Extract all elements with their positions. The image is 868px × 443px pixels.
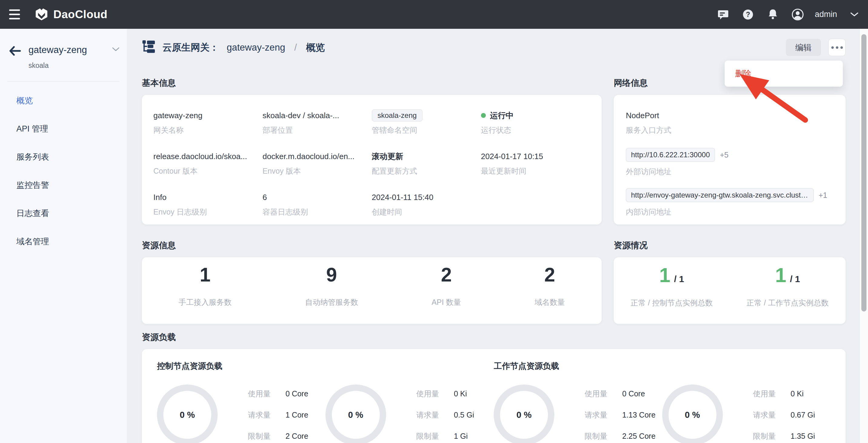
username[interactable]: admin [815,10,837,19]
gateway-chevron-down-icon [112,47,120,53]
breadcrumb-gateway[interactable]: gateway-zeng [227,42,285,53]
sidebar-item-api-management[interactable]: API 管理 [0,115,127,143]
stat-domain-count: 2 域名数量 [535,265,565,324]
field-running-status: 运行中 运行状态 [481,109,590,135]
page-scrollbar [860,29,868,443]
field-gateway-name: gateway-zeng 网关名称 [153,109,262,135]
sidebar-item-monitor-alerts[interactable]: 监控告警 [0,171,127,199]
field-managed-namespace: skoala-zeng 管辖命名空间 [372,109,481,135]
daocloud-logo-icon [35,7,49,22]
svg-text:?: ? [746,10,750,18]
memory-donut-chart: 0 % [662,384,723,443]
sidebar: gateway-zeng skoala 概览 API 管理 服务列表 监控告警 … [0,29,127,443]
help-icon[interactable]: ? [742,8,754,21]
field-envoy-version: docker.m.daocloud.io/en... Envoy 版本 [262,150,372,176]
notifications-bell-icon[interactable] [767,8,779,21]
brand[interactable]: DaoCloud [35,7,107,22]
resource-info-title: 资源信息 [142,240,601,249]
worker-memory-gauge: 0 % 使用量0 Ki 请求量0.67 Gi 限制量1.35 Gi [662,384,831,443]
external-address-chip[interactable]: http://10.6.222.21:30000 [626,148,715,162]
internal-address-label: 内部访问地址 [626,207,833,217]
sidebar-nav: 概览 API 管理 服务列表 监控告警 日志查看 域名管理 [0,86,127,255]
gateway-tree-icon [142,39,156,56]
service-entry-label: 服务入口方式 [626,125,833,135]
worker-node-load-group: 工作节点资源负载 0 % 使用量0 Core 请求量1.13 Core 限制量2… [494,360,830,443]
breadcrumb-separator: / [294,42,297,53]
brand-name: DaoCloud [53,8,107,21]
resource-load-title: 资源负载 [142,331,845,341]
chat-icon[interactable] [717,8,729,21]
gateway-name: gateway-zeng [29,44,87,56]
status-dot [481,113,486,118]
main-content: 云原生网关： gateway-zeng / 概览 编辑 基本信息 gateway… [127,29,860,443]
resource-status-section: 资源情况 1 / 1 正常 / 控制节点实例总数 1 / 1 正常 / 工作节点… [614,240,845,324]
breadcrumb-current: 概览 [306,41,325,54]
stat-manual-services: 1 手工接入服务数 [179,265,231,324]
status-badge: 运行中 [490,110,514,121]
control-node-load-group: 控制节点资源负载 0 % 使用量0 Core 请求量1 Core 限制量2 Co… [157,360,494,443]
avatar[interactable] [792,8,804,21]
network-info-section: 网络信息 NodePort 服务入口方式 http://10.6.222.21:… [614,77,845,224]
page-header: 云原生网关： gateway-zeng / 概览 编辑 [142,39,845,56]
edit-button[interactable]: 编辑 [786,39,821,56]
topbar-actions: ? admin [717,8,859,21]
external-address-more-badge[interactable]: +5 [720,151,728,159]
user-menu-chevron-down-icon[interactable] [850,8,859,21]
header-actions: 编辑 [786,39,845,56]
field-envoy-log-level: Info Envoy 日志级别 [153,191,262,217]
internal-address-chip[interactable]: http://envoy-gateway-zeng-gtw.skoala-zen… [626,188,814,202]
stat-api-count: 2 API 数量 [432,265,461,324]
page-title-prefix: 云原生网关： [162,41,219,54]
stat-control-nodes: 1 / 1 正常 / 控制节点实例总数 [631,265,713,324]
field-container-log-level: 6 容器日志级别 [262,191,372,217]
sidebar-item-service-list[interactable]: 服务列表 [0,143,127,171]
control-memory-gauge: 0 % 使用量0 Ki 请求量0.5 Gi 限制量1 Gi [326,384,494,443]
resource-load-section: 资源负载 控制节点资源负载 0 % 使用量0 Core 请求量1 Core 限制… [142,331,845,443]
hamburger-menu-icon[interactable] [9,9,20,20]
gateway-selector[interactable]: gateway-zeng [29,44,120,56]
cpu-donut-chart: 0 % [494,384,554,443]
actions-dropdown-menu: 删除 [725,61,843,87]
field-deploy-location: skoala-dev / skoala-... 部署位置 [262,109,372,135]
resource-info-section: 资源信息 1 手工接入服务数 9 自动纳管服务数 2 API 数量 2 域名数量 [142,240,601,324]
external-address-label: 外部访问地址 [626,167,833,177]
cpu-donut-chart: 0 % [157,384,218,443]
service-entry-type: NodePort [626,109,833,122]
basic-info-section: 基本信息 gateway-zeng 网关名称 skoala-dev / skoa… [142,77,601,224]
field-created-time: 2024-01-11 15:40 创建时间 [372,191,481,217]
workspace-name: skoala [29,62,120,70]
more-actions-button[interactable] [828,39,845,56]
resource-load-card: 控制节点资源负载 0 % 使用量0 Core 请求量1 Core 限制量2 Co… [142,349,845,443]
sidebar-item-domain-management[interactable]: 域名管理 [0,227,127,255]
resource-status-card: 1 / 1 正常 / 控制节点实例总数 1 / 1 正常 / 工作节点实例总数 [614,257,845,324]
control-cpu-gauge: 0 % 使用量0 Core 请求量1 Core 限制量2 Core [157,384,326,443]
sidebar-item-overview[interactable]: 概览 [0,86,127,115]
field-contour-version: release.daocloud.io/skoa... Contour 版本 [153,150,262,176]
sidebar-divider [7,81,120,82]
back-arrow-icon[interactable] [9,46,21,70]
scrollbar-thumb[interactable] [861,34,867,312]
worker-cpu-gauge: 0 % 使用量0 Core 请求量1.13 Core 限制量2.25 Core [494,384,662,443]
topbar: DaoCloud ? [0,0,868,29]
resource-status-title: 资源情况 [614,240,845,249]
delete-menu-item[interactable]: 删除 [735,68,751,79]
stat-worker-nodes: 1 / 1 正常 / 工作节点实例总数 [746,265,829,324]
breadcrumb: 云原生网关： gateway-zeng / 概览 [142,39,325,56]
sidebar-item-log-viewer[interactable]: 日志查看 [0,199,127,227]
basic-info-title: 基本信息 [142,77,601,87]
internal-address-more-badge[interactable]: +1 [818,191,827,200]
resource-info-card: 1 手工接入服务数 9 自动纳管服务数 2 API 数量 2 域名数量 [142,257,601,324]
sidebar-header: gateway-zeng skoala [0,29,127,70]
field-config-update-mode: 滚动更新 配置更新方式 [372,150,481,176]
namespace-tag: skoala-zeng [372,109,423,122]
network-info-card: NodePort 服务入口方式 http://10.6.222.21:30000… [614,95,845,224]
memory-donut-chart: 0 % [326,384,386,443]
basic-info-card: gateway-zeng 网关名称 skoala-dev / skoala-..… [142,95,601,224]
stat-auto-services: 9 自动纳管服务数 [305,265,358,324]
field-last-updated: 2024-01-17 10:15 最近更新时间 [481,150,590,176]
